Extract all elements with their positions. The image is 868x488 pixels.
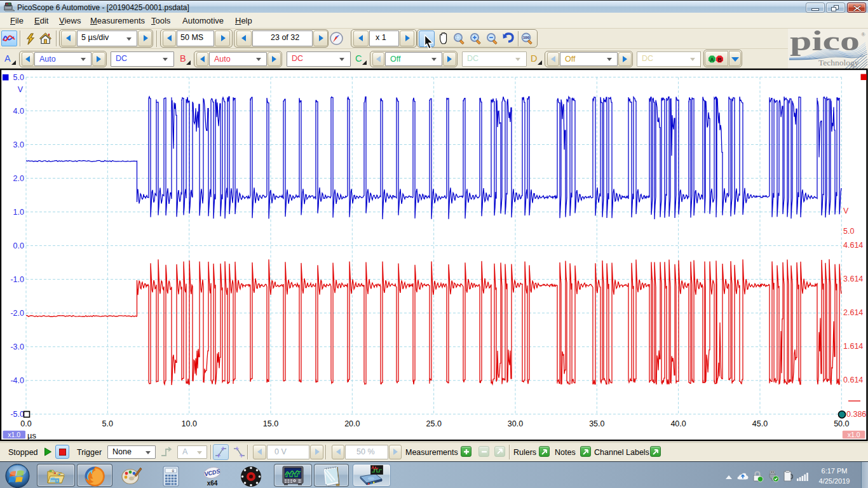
svg-text:-1.0: -1.0 bbox=[10, 275, 24, 284]
svg-text:-2.0: -2.0 bbox=[10, 309, 24, 318]
svg-text:4.0: 4.0 bbox=[13, 107, 24, 116]
svg-text:3.614: 3.614 bbox=[843, 274, 863, 283]
svg-text:x1.0: x1.0 bbox=[8, 431, 20, 438]
svg-text:-4.0: -4.0 bbox=[10, 376, 24, 385]
svg-text:0.386: 0.386 bbox=[846, 410, 866, 419]
svg-text:x1.0: x1.0 bbox=[848, 431, 860, 438]
svg-text:3.0: 3.0 bbox=[13, 140, 24, 149]
svg-text:2.614: 2.614 bbox=[843, 308, 863, 317]
svg-text:5.0: 5.0 bbox=[13, 73, 24, 82]
svg-text:35.0: 35.0 bbox=[589, 419, 604, 428]
svg-text:25.0: 25.0 bbox=[426, 419, 442, 428]
svg-text:0.0: 0.0 bbox=[20, 419, 31, 428]
svg-text:30.0: 30.0 bbox=[508, 419, 523, 428]
svg-text:20.0: 20.0 bbox=[344, 419, 360, 428]
svg-text:1.614: 1.614 bbox=[843, 342, 863, 351]
svg-text:10.0: 10.0 bbox=[182, 419, 197, 428]
svg-text:0.0: 0.0 bbox=[13, 241, 24, 250]
svg-text:2.0: 2.0 bbox=[13, 174, 24, 183]
svg-text:40.0: 40.0 bbox=[670, 419, 686, 428]
svg-text:V: V bbox=[18, 85, 24, 94]
svg-text:-5.0: -5.0 bbox=[10, 410, 24, 419]
svg-text:0.614: 0.614 bbox=[843, 376, 863, 384]
svg-text:5.0: 5.0 bbox=[843, 227, 854, 236]
svg-text:45.0: 45.0 bbox=[752, 419, 768, 428]
svg-text:15.0: 15.0 bbox=[263, 419, 278, 428]
svg-text:-3.0: -3.0 bbox=[10, 342, 24, 351]
svg-text:1.0: 1.0 bbox=[13, 208, 24, 217]
svg-text:V: V bbox=[843, 207, 849, 215]
svg-text:4.614: 4.614 bbox=[843, 241, 863, 250]
svg-text:5.0: 5.0 bbox=[102, 419, 113, 428]
svg-text:50.0: 50.0 bbox=[834, 419, 849, 428]
svg-text:µs: µs bbox=[27, 431, 36, 440]
svg-text:0: 0 bbox=[172, 469, 174, 473]
svg-text:x64: x64 bbox=[207, 480, 218, 487]
